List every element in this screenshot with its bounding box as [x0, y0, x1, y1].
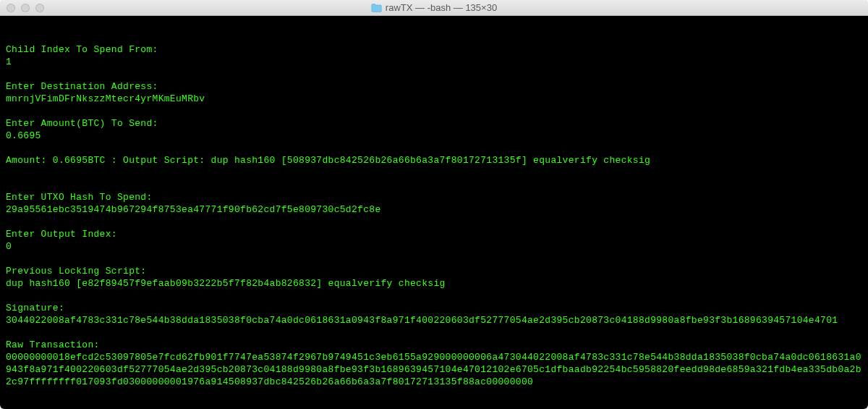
window-title: rawTX — -bash — 135×30 [386, 2, 497, 13]
terminal-line: 1 [6, 56, 862, 68]
terminal-line: 29a95561ebc3519474b967294f8753ea47771f90… [6, 203, 862, 216]
terminal-line [6, 179, 862, 191]
minimize-button[interactable] [21, 4, 30, 12]
terminal-line [6, 166, 862, 179]
close-button[interactable] [7, 4, 15, 12]
terminal-line: 0 [6, 240, 862, 253]
terminal-line: 0.6695 [6, 130, 862, 142]
terminal-line: 00000000018efcd2c53097805e7fcd62fb901f77… [6, 351, 862, 388]
terminal-line [6, 105, 862, 117]
terminal-line [6, 326, 862, 339]
terminal-line: Child Index To Spend From: [6, 43, 862, 56]
terminal-line: 3044022008af4783c331c78e544b38dda1835038… [6, 314, 862, 326]
traffic-lights [0, 4, 44, 12]
terminal-line [6, 68, 862, 80]
folder-icon [371, 4, 382, 12]
terminal-line: Enter Amount(BTC) To Send: [6, 117, 862, 130]
terminal-line [6, 290, 862, 302]
terminal-line: dup hash160 [e82f89457f9efaab09b3222b5f7… [6, 277, 862, 290]
terminal-line [6, 216, 862, 228]
terminal-line: Raw Transaction: [6, 339, 862, 351]
terminal-body[interactable]: Child Index To Spend From:1Enter Destina… [0, 16, 868, 409]
window-title-area: rawTX — -bash — 135×30 [371, 2, 497, 13]
terminal-line [6, 142, 862, 154]
terminal-line: Amount: 0.6695BTC : Output Script: dup h… [6, 154, 862, 166]
zoom-button[interactable] [35, 4, 44, 12]
terminal-line: Enter Destination Address: [6, 80, 862, 93]
terminal-window: rawTX — -bash — 135×30 Child Index To Sp… [0, 0, 868, 409]
terminal-line: Previous Locking Script: [6, 265, 862, 277]
terminal-line: Signature: [6, 302, 862, 314]
terminal-output: Child Index To Spend From:1Enter Destina… [6, 43, 862, 388]
titlebar[interactable]: rawTX — -bash — 135×30 [0, 0, 868, 16]
terminal-line [6, 253, 862, 265]
terminal-line: Enter UTXO Hash To Spend: [6, 191, 862, 203]
terminal-line: mnrnjVFimDFrNkszzMtecr4yrMKmEuMRbv [6, 93, 862, 105]
terminal-line: Enter Output Index: [6, 228, 862, 240]
